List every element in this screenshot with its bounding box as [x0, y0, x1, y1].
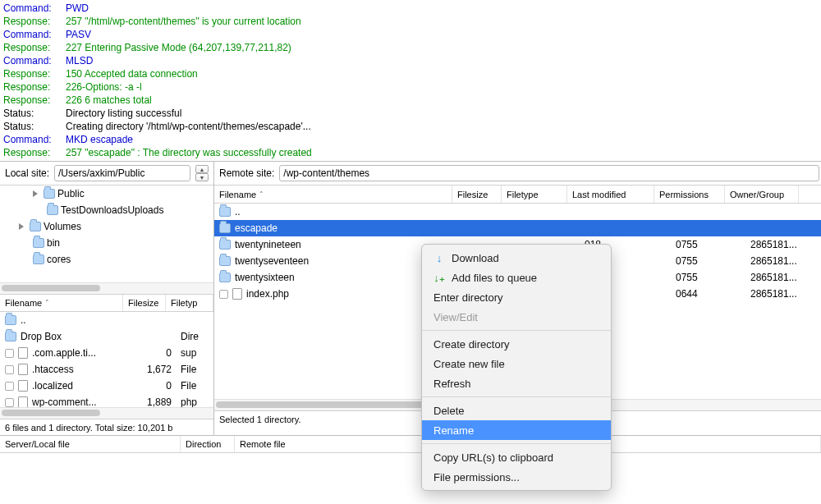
- ctx-create-directory[interactable]: Create directory: [422, 334, 611, 354]
- add-queue-icon: ↓₊: [433, 272, 445, 284]
- checkbox[interactable]: [5, 349, 14, 358]
- col-filetype[interactable]: Filetype: [502, 186, 567, 203]
- log-line: Response:227 Entering Passive Mode (64,2…: [3, 41, 818, 54]
- ctx-refresh[interactable]: Refresh: [422, 373, 611, 393]
- ftp-log: Command:PWDResponse:257 "/html/wp-conten…: [0, 0, 821, 161]
- tree-item[interactable]: cores: [0, 251, 213, 268]
- col-filesize[interactable]: Filesize: [123, 295, 166, 311]
- local-file-list[interactable]: ..Drop BoxDire.com.apple.ti...0sup.htacc…: [0, 312, 213, 407]
- ctx-view-edit: View/Edit: [422, 307, 611, 327]
- checkbox[interactable]: [219, 290, 228, 299]
- folder-icon: [44, 189, 55, 199]
- col-direction[interactable]: Direction: [181, 436, 235, 452]
- list-item[interactable]: ..: [0, 312, 213, 328]
- remote-site-path-value: /wp-content/themes: [283, 167, 369, 179]
- list-item[interactable]: .com.apple.ti...0sup: [0, 345, 213, 361]
- ctx-delete[interactable]: Delete: [422, 401, 611, 420]
- expand-icon[interactable]: [33, 190, 38, 197]
- log-line: Command:MLSD: [3, 54, 818, 67]
- col-filesize[interactable]: Filesize: [452, 186, 502, 203]
- local-list-scrollbar[interactable]: [0, 407, 213, 419]
- folder-icon: [33, 238, 44, 248]
- file-icon: [18, 347, 28, 359]
- folder-icon: [30, 222, 41, 231]
- list-item[interactable]: wp-comment...1,889php: [0, 394, 213, 407]
- separator: [422, 443, 611, 444]
- file-icon: [18, 396, 28, 407]
- local-file-header[interactable]: Filename˄ Filesize Filetyp: [0, 294, 213, 312]
- col-filename[interactable]: Filename˄: [0, 295, 123, 311]
- folder-icon: [219, 256, 231, 266]
- local-pane: Local site: /Users/axkim/Public ▲▼ Publi…: [0, 162, 214, 435]
- expand-icon[interactable]: [19, 223, 24, 230]
- chevron-up-icon: ▲: [195, 165, 209, 173]
- folder-icon: [5, 315, 16, 325]
- remote-site-path-input[interactable]: /wp-content/themes: [279, 165, 819, 181]
- transfer-queue-list[interactable]: [0, 453, 821, 481]
- folder-icon: [47, 205, 58, 215]
- file-icon: [18, 380, 28, 392]
- col-remote-file[interactable]: Remote file: [235, 436, 430, 452]
- folder-icon: [219, 223, 231, 233]
- remote-site-bar: Remote site: /wp-content/themes: [214, 162, 821, 186]
- col-lastmod[interactable]: Last modified: [567, 186, 654, 203]
- log-line: Response:257 "/html/wp-content/themes" i…: [3, 15, 818, 28]
- log-line: Response:150 Accepted data connection: [3, 67, 818, 80]
- tree-item[interactable]: TestDownloadsUploads: [0, 202, 213, 218]
- folder-icon: [5, 332, 16, 341]
- sort-asc-icon: ˄: [259, 190, 264, 199]
- chevron-down-icon: ▼: [195, 173, 209, 181]
- local-tree-scrollbar[interactable]: [0, 282, 213, 294]
- folder-icon: [219, 273, 231, 282]
- col-owner[interactable]: Owner/Group: [725, 186, 799, 203]
- col-filetype[interactable]: Filetyp: [166, 295, 213, 311]
- local-status: 6 files and 1 directory. Total size: 10,…: [0, 419, 213, 435]
- log-line: Command:PWD: [3, 2, 818, 15]
- local-site-bar: Local site: /Users/axkim/Public ▲▼: [0, 162, 213, 186]
- ctx-download[interactable]: ↓Download: [422, 248, 611, 268]
- col-filename[interactable]: Filename˄: [214, 186, 452, 203]
- download-icon: ↓: [433, 252, 445, 264]
- col-permissions[interactable]: Permissions: [654, 186, 725, 203]
- ctx-copy-url[interactable]: Copy URL(s) to clipboard: [422, 447, 611, 467]
- file-icon: [18, 364, 28, 375]
- checkbox[interactable]: [5, 398, 14, 407]
- log-line: Command:PASV: [3, 28, 818, 41]
- transfer-queue-header[interactable]: Server/Local file Direction Remote file …: [0, 435, 821, 453]
- log-line: Status:Directory listing successful: [3, 107, 818, 120]
- list-item[interactable]: Drop BoxDire: [0, 328, 213, 345]
- list-item[interactable]: escapade: [214, 220, 821, 236]
- list-item[interactable]: ..: [214, 204, 821, 220]
- log-line: Response:226 6 matches total: [3, 94, 818, 107]
- sort-asc-icon: ˄: [45, 299, 49, 307]
- local-site-path-value: /Users/axkim/Public: [58, 167, 144, 179]
- context-menu: ↓Download ↓₊Add files to queue Enter dir…: [421, 244, 612, 491]
- local-site-path-input[interactable]: /Users/axkim/Public: [54, 165, 190, 181]
- list-item[interactable]: .localized0File: [0, 378, 213, 394]
- tree-item[interactable]: Public: [0, 186, 213, 202]
- log-line: Command:MKD escapade: [3, 133, 818, 146]
- file-icon: [232, 288, 242, 300]
- folder-icon: [219, 240, 231, 250]
- ctx-enter-directory[interactable]: Enter directory: [422, 287, 611, 307]
- tree-item[interactable]: bin: [0, 235, 213, 251]
- remote-file-header[interactable]: Filename˄ Filesize Filetype Last modifie…: [214, 186, 821, 204]
- tree-item[interactable]: Volumes: [0, 218, 213, 235]
- separator: [422, 396, 611, 397]
- checkbox[interactable]: [5, 365, 14, 374]
- remote-site-label: Remote site:: [219, 167, 274, 179]
- checkbox[interactable]: [5, 382, 14, 391]
- ctx-create-file[interactable]: Create new file: [422, 354, 611, 373]
- ctx-rename[interactable]: Rename: [422, 420, 611, 440]
- folder-icon: [219, 207, 231, 217]
- list-item[interactable]: .htaccess1,672File: [0, 361, 213, 378]
- col-server-local[interactable]: Server/Local file: [0, 436, 181, 452]
- separator: [422, 330, 611, 331]
- log-line: Response:226-Options: -a -l: [3, 80, 818, 94]
- local-site-label: Local site:: [5, 167, 49, 179]
- log-line: Status:Creating directory '/html/wp-cont…: [3, 120, 818, 133]
- local-tree[interactable]: PublicTestDownloadsUploadsVolumesbincore…: [0, 186, 213, 282]
- local-path-stepper[interactable]: ▲▼: [195, 165, 209, 181]
- ctx-add-to-queue[interactable]: ↓₊Add files to queue: [422, 268, 611, 287]
- ctx-file-permissions[interactable]: File permissions...: [422, 467, 611, 487]
